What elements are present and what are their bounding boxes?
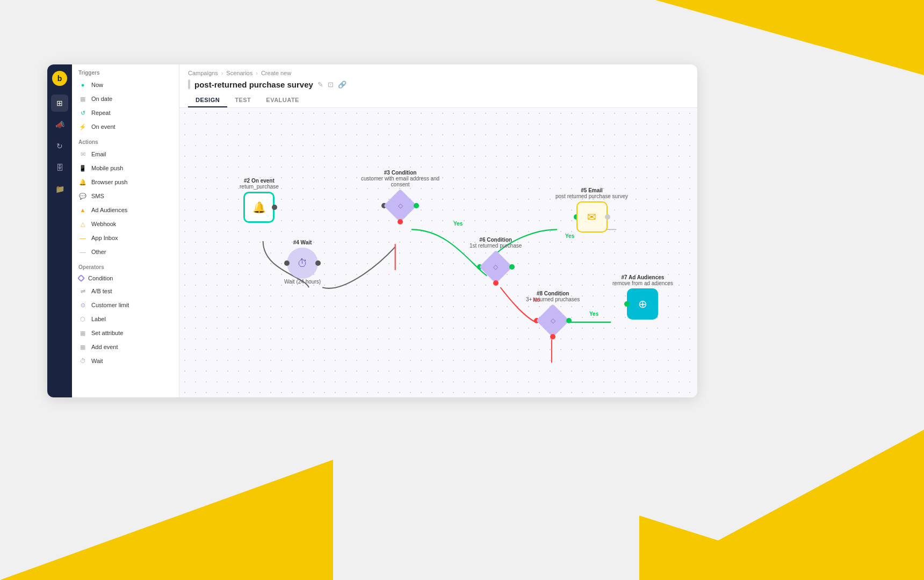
ad-icon: ▲ xyxy=(78,206,87,214)
trigger-now[interactable]: ● Now xyxy=(72,78,179,92)
action-app-inbox[interactable]: — App Inbox xyxy=(72,231,179,245)
canvas-area[interactable]: #2 On event return_purchase 🔔 #4 Wait ⏱ … xyxy=(179,108,697,397)
action-webhook[interactable]: △ Webhook xyxy=(72,217,179,231)
node-7-in-dot xyxy=(624,301,630,307)
node-3-label2: customer with email address and xyxy=(361,176,439,182)
node-3-diamond[interactable]: ◇ xyxy=(384,190,416,222)
node-8-condition[interactable]: #8 Condition 3+ returned pruchases ◇ xyxy=(526,291,580,337)
nav-icon-refresh[interactable]: ↻ xyxy=(51,137,68,155)
content-area: Campaigns › Scenarios › Create new post-… xyxy=(179,64,697,397)
nav-icon-folder[interactable]: 📁 xyxy=(51,180,68,198)
op-ab-test[interactable]: ⇌ A/B test xyxy=(72,284,179,298)
breadcrumb: Campaigns › Scenarios › Create new xyxy=(188,70,689,76)
node-7-box[interactable]: ⊕ xyxy=(627,288,658,320)
calendar-icon: ▦ xyxy=(78,95,87,103)
node-8-no-dot xyxy=(550,334,555,339)
attribute-icon: ▦ xyxy=(78,329,87,337)
link-icon[interactable]: 🔗 xyxy=(338,81,346,89)
ab-icon: ⇌ xyxy=(78,287,87,295)
op-label[interactable]: ⬡ Label xyxy=(72,312,179,326)
op-wait[interactable]: ⏱ Wait xyxy=(72,354,179,368)
action-mobile-push[interactable]: 📱 Mobile push xyxy=(72,161,179,175)
node-2-out-dot xyxy=(272,205,277,210)
limit-icon: ⊙ xyxy=(78,301,87,309)
node-2-box[interactable]: 🔔 xyxy=(243,192,275,223)
mobile-icon: 📱 xyxy=(78,164,87,172)
email-icon: ✉ xyxy=(78,150,87,158)
breadcrumb-sep1: › xyxy=(221,70,223,76)
edit-icon[interactable]: ✎ xyxy=(317,81,323,89)
action-sms[interactable]: 💬 SMS xyxy=(72,189,179,203)
wait-icon: ⏱ xyxy=(78,357,87,365)
node-5-title: #5 Email xyxy=(581,187,603,193)
breadcrumb-scenarios[interactable]: Scenarios xyxy=(226,70,252,76)
nav-icon-megaphone[interactable]: 📣 xyxy=(51,116,68,133)
op-add-event[interactable]: ▦ Add event xyxy=(72,340,179,354)
node-6-diamond[interactable]: ◇ xyxy=(480,251,512,283)
bg-decoration-top-right xyxy=(655,0,924,75)
page-title: post-returned purchase survey xyxy=(194,80,313,89)
tab-bar: DESIGN TEST EVALUATE xyxy=(188,93,689,107)
node-4-wait[interactable]: #4 Wait ⏱ Wait (24 hours) xyxy=(284,240,321,285)
op-set-attribute[interactable]: ▦ Set attribute xyxy=(72,326,179,340)
yes-label-3: Yes xyxy=(589,311,598,317)
action-ad-audiences[interactable]: ▲ Ad Audiences xyxy=(72,203,179,217)
node-3-label3: consent xyxy=(391,182,410,187)
nav-icon-grid[interactable]: ⊞ xyxy=(51,95,68,112)
event-icon: ⚡ xyxy=(78,122,87,131)
icon-sidebar: b ⊞ 📣 ↻ 🗄 📁 xyxy=(47,64,72,397)
app-logo: b xyxy=(52,71,67,86)
actions-title: Actions xyxy=(72,134,179,147)
breadcrumb-campaigns[interactable]: Campaigns xyxy=(188,70,218,76)
label-icon: ⬡ xyxy=(78,315,87,323)
trigger-on-event[interactable]: ⚡ On event xyxy=(72,120,179,134)
node-3-yes-dot xyxy=(414,203,419,208)
folder-icon[interactable]: ⊡ xyxy=(328,81,334,89)
node-5-subtitle: post returned purchase survey xyxy=(555,193,628,199)
title-row: post-returned purchase survey ✎ ⊡ 🔗 xyxy=(188,79,689,89)
node-6-title: #6 Condition xyxy=(479,237,512,243)
node-5-box[interactable]: ✉ xyxy=(576,201,608,233)
webhook-icon: △ xyxy=(78,220,87,228)
node-8-diamond[interactable]: ◇ xyxy=(537,305,569,337)
node-7-title: #7 Ad Audiences xyxy=(622,274,665,280)
node-3-title: #3 Condition xyxy=(384,170,417,176)
node-6-subtitle: 1st returned purchase xyxy=(470,243,522,249)
add-event-icon: ▦ xyxy=(78,343,87,351)
node-6-yes-dot xyxy=(509,264,515,270)
trigger-repeat[interactable]: ↺ Repeat xyxy=(72,106,179,120)
action-email[interactable]: ✉ Email xyxy=(72,147,179,161)
op-condition[interactable]: Condition xyxy=(72,272,179,284)
node-3-diamond-icon: ◇ xyxy=(398,202,403,209)
nav-icon-database[interactable]: 🗄 xyxy=(51,159,68,176)
tab-test[interactable]: TEST xyxy=(227,93,258,107)
node-3-condition[interactable]: #3 Condition customer with email address… xyxy=(361,170,439,222)
main-window: b ⊞ 📣 ↻ 🗄 📁 Triggers ● Now ▦ On date ↺ R… xyxy=(47,64,697,397)
action-other[interactable]: — Other xyxy=(72,245,179,259)
now-icon: ● xyxy=(78,81,87,89)
node-8-title: #8 Condition xyxy=(537,291,569,296)
node-5-email[interactable]: #5 Email post returned purchase survey ✉ xyxy=(555,187,628,233)
node-3-no-dot xyxy=(398,219,403,224)
top-bar: Campaigns › Scenarios › Create new post-… xyxy=(179,64,697,108)
flow-connections xyxy=(179,108,697,397)
other-icon: — xyxy=(78,248,87,256)
op-customer-limit[interactable]: ⊙ Customer limit xyxy=(72,298,179,312)
title-bar-decoration xyxy=(188,79,190,89)
tab-design[interactable]: DESIGN xyxy=(188,93,227,107)
breadcrumb-sep2: › xyxy=(256,70,258,76)
triggers-title: Triggers xyxy=(72,64,179,78)
node-7-subtitle: remove from ad adiences xyxy=(612,280,673,286)
node-6-condition[interactable]: #6 Condition 1st returned purchase ◇ xyxy=(470,237,522,283)
node-7-ad[interactable]: #7 Ad Audiences remove from ad adiences … xyxy=(612,274,673,320)
node-4-in-dot xyxy=(284,260,290,266)
breadcrumb-create-new[interactable]: Create new xyxy=(261,70,291,76)
node-2-event[interactable]: #2 On event return_purchase 🔔 xyxy=(240,178,279,223)
node-8-diamond-icon: ◇ xyxy=(551,317,555,324)
left-panel: Triggers ● Now ▦ On date ↺ Repeat ⚡ On e… xyxy=(72,64,179,397)
action-browser-push[interactable]: 🔔 Browser push xyxy=(72,175,179,189)
node-4-box[interactable]: ⏱ xyxy=(287,248,318,279)
tab-evaluate[interactable]: EVALUATE xyxy=(258,93,307,107)
node-4-title: #4 Wait xyxy=(293,240,312,245)
trigger-on-date[interactable]: ▦ On date xyxy=(72,92,179,106)
